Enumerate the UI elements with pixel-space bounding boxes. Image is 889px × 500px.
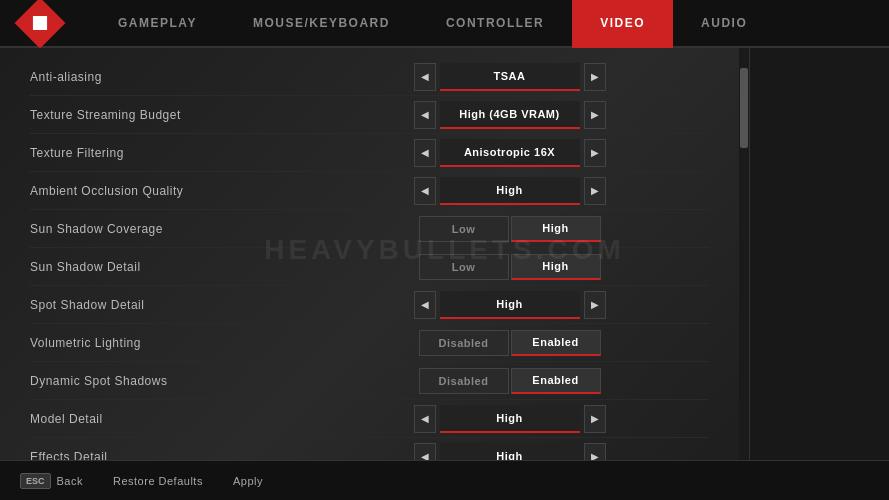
selector-value-texture_filtering: Anisotropic 16X <box>440 139 580 167</box>
selector-value-effects_detail: High <box>440 443 580 461</box>
arrow-right-ambient_occlusion_quality[interactable]: ▶ <box>584 177 606 205</box>
logo-inner <box>26 9 54 37</box>
setting-row-volumetric_lighting: Volumetric LightingDisabledEnabled <box>30 324 709 362</box>
arrow-right-effects_detail[interactable]: ▶ <box>584 443 606 461</box>
setting-control-sun_shadow_detail: LowHigh <box>310 254 709 280</box>
setting-label-spot_shadow_detail: Spot Shadow Detail <box>30 298 310 312</box>
apex-logo <box>15 0 66 48</box>
setting-row-effects_detail: Effects Detail◀High▶ <box>30 438 709 460</box>
setting-label-volumetric_lighting: Volumetric Lighting <box>30 336 310 350</box>
toggle-de-selector-volumetric_lighting: DisabledEnabled <box>419 330 601 356</box>
setting-label-sun_shadow_detail: Sun Shadow Detail <box>30 260 310 274</box>
setting-label-sun_shadow_coverage: Sun Shadow Coverage <box>30 222 310 236</box>
selector-value-model_detail: High <box>440 405 580 433</box>
selector-value-spot_shadow_detail: High <box>440 291 580 319</box>
toggle-btn-sun_shadow_detail-high[interactable]: High <box>511 254 601 280</box>
scrollbar-thumb[interactable] <box>740 68 748 148</box>
setting-label-dynamic_spot_shadows: Dynamic Spot Shadows <box>30 374 310 388</box>
setting-row-ambient_occlusion_quality: Ambient Occlusion Quality◀High▶ <box>30 172 709 210</box>
setting-control-sun_shadow_coverage: LowHigh <box>310 216 709 242</box>
setting-control-model_detail: ◀High▶ <box>310 405 709 433</box>
toggle-btn-sun_shadow_coverage-high[interactable]: High <box>511 216 601 242</box>
setting-row-dynamic_spot_shadows: Dynamic Spot ShadowsDisabledEnabled <box>30 362 709 400</box>
esc-key: ESC <box>20 473 51 489</box>
selector-value-texture_streaming_budget: High (4GB VRAM) <box>440 101 580 129</box>
arrow-left-anti_aliasing[interactable]: ◀ <box>414 63 436 91</box>
toggle-de-selector-dynamic_spot_shadows: DisabledEnabled <box>419 368 601 394</box>
arrow-selector-effects_detail: ◀High▶ <box>414 443 606 461</box>
toggle-de-btn-dynamic_spot_shadows-enabled[interactable]: Enabled <box>511 368 601 394</box>
arrow-selector-spot_shadow_detail: ◀High▶ <box>414 291 606 319</box>
selector-value-ambient_occlusion_quality: High <box>440 177 580 205</box>
arrow-selector-anti_aliasing: ◀TSAA▶ <box>414 63 606 91</box>
arrow-selector-ambient_occlusion_quality: ◀High▶ <box>414 177 606 205</box>
setting-control-texture_streaming_budget: ◀High (4GB VRAM)▶ <box>310 101 709 129</box>
setting-row-texture_streaming_budget: Texture Streaming Budget◀High (4GB VRAM)… <box>30 96 709 134</box>
toggle-de-btn-volumetric_lighting-disabled[interactable]: Disabled <box>419 330 509 356</box>
arrow-left-effects_detail[interactable]: ◀ <box>414 443 436 461</box>
arrow-left-spot_shadow_detail[interactable]: ◀ <box>414 291 436 319</box>
tab-controller[interactable]: CONTROLLER <box>418 0 572 46</box>
setting-control-volumetric_lighting: DisabledEnabled <box>310 330 709 356</box>
restore-defaults-button[interactable]: Restore Defaults <box>113 475 203 487</box>
top-navigation: GAMEPLAY MOUSE/KEYBOARD CONTROLLER VIDEO… <box>0 0 889 48</box>
right-panel <box>749 48 889 460</box>
apply-label: Apply <box>233 475 263 487</box>
setting-label-ambient_occlusion_quality: Ambient Occlusion Quality <box>30 184 310 198</box>
setting-row-anti_aliasing: Anti-aliasing◀TSAA▶ <box>30 58 709 96</box>
arrow-right-texture_streaming_budget[interactable]: ▶ <box>584 101 606 129</box>
arrow-right-texture_filtering[interactable]: ▶ <box>584 139 606 167</box>
main-content: Anti-aliasing◀TSAA▶Texture Streaming Bud… <box>0 48 889 460</box>
tab-gameplay[interactable]: GAMEPLAY <box>90 0 225 46</box>
setting-row-spot_shadow_detail: Spot Shadow Detail◀High▶ <box>30 286 709 324</box>
tab-mouse-keyboard[interactable]: MOUSE/KEYBOARD <box>225 0 418 46</box>
setting-label-anti_aliasing: Anti-aliasing <box>30 70 310 84</box>
logo <box>10 5 70 41</box>
toggle-selector-sun_shadow_coverage: LowHigh <box>419 216 601 242</box>
setting-row-sun_shadow_detail: Sun Shadow DetailLowHigh <box>30 248 709 286</box>
toggle-selector-sun_shadow_detail: LowHigh <box>419 254 601 280</box>
setting-label-texture_filtering: Texture Filtering <box>30 146 310 160</box>
toggle-btn-sun_shadow_detail-low[interactable]: Low <box>419 254 509 280</box>
toggle-btn-sun_shadow_coverage-low[interactable]: Low <box>419 216 509 242</box>
setting-row-model_detail: Model Detail◀High▶ <box>30 400 709 438</box>
setting-control-ambient_occlusion_quality: ◀High▶ <box>310 177 709 205</box>
arrow-left-ambient_occlusion_quality[interactable]: ◀ <box>414 177 436 205</box>
arrow-selector-texture_streaming_budget: ◀High (4GB VRAM)▶ <box>414 101 606 129</box>
nav-tabs: GAMEPLAY MOUSE/KEYBOARD CONTROLLER VIDEO… <box>90 0 775 46</box>
setting-label-effects_detail: Effects Detail <box>30 450 310 461</box>
setting-label-texture_streaming_budget: Texture Streaming Budget <box>30 108 310 122</box>
settings-panel: Anti-aliasing◀TSAA▶Texture Streaming Bud… <box>0 48 739 460</box>
toggle-de-btn-dynamic_spot_shadows-disabled[interactable]: Disabled <box>419 368 509 394</box>
tab-audio[interactable]: AUDIO <box>673 0 775 46</box>
arrow-selector-model_detail: ◀High▶ <box>414 405 606 433</box>
setting-row-sun_shadow_coverage: Sun Shadow CoverageLowHigh <box>30 210 709 248</box>
tab-video[interactable]: VIDEO <box>572 0 673 46</box>
arrow-right-anti_aliasing[interactable]: ▶ <box>584 63 606 91</box>
scrollbar[interactable] <box>739 48 749 460</box>
bottom-bar: ESC Back Restore Defaults Apply <box>0 460 889 500</box>
setting-control-effects_detail: ◀High▶ <box>310 443 709 461</box>
restore-defaults-label: Restore Defaults <box>113 475 203 487</box>
setting-row-texture_filtering: Texture Filtering◀Anisotropic 16X▶ <box>30 134 709 172</box>
back-button[interactable]: ESC Back <box>20 473 83 489</box>
arrow-left-texture_filtering[interactable]: ◀ <box>414 139 436 167</box>
selector-value-anti_aliasing: TSAA <box>440 63 580 91</box>
arrow-right-model_detail[interactable]: ▶ <box>584 405 606 433</box>
arrow-left-texture_streaming_budget[interactable]: ◀ <box>414 101 436 129</box>
toggle-de-btn-volumetric_lighting-enabled[interactable]: Enabled <box>511 330 601 356</box>
apply-button[interactable]: Apply <box>233 475 263 487</box>
back-label: Back <box>57 475 83 487</box>
arrow-selector-texture_filtering: ◀Anisotropic 16X▶ <box>414 139 606 167</box>
setting-control-anti_aliasing: ◀TSAA▶ <box>310 63 709 91</box>
setting-control-spot_shadow_detail: ◀High▶ <box>310 291 709 319</box>
setting-control-dynamic_spot_shadows: DisabledEnabled <box>310 368 709 394</box>
arrow-right-spot_shadow_detail[interactable]: ▶ <box>584 291 606 319</box>
setting-control-texture_filtering: ◀Anisotropic 16X▶ <box>310 139 709 167</box>
arrow-left-model_detail[interactable]: ◀ <box>414 405 436 433</box>
setting-label-model_detail: Model Detail <box>30 412 310 426</box>
